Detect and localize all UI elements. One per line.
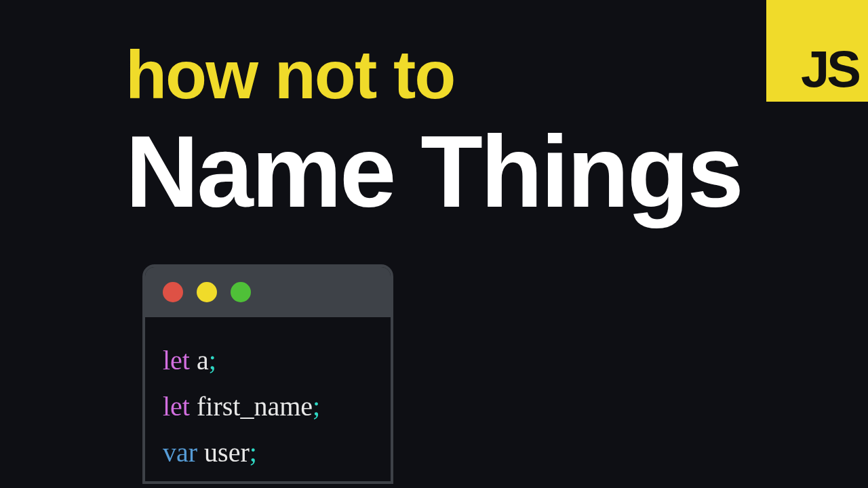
code-window-titlebar — [145, 267, 391, 317]
code-semicolon: ; — [209, 345, 216, 375]
code-line: let first_name; — [163, 384, 373, 430]
code-line: var user; — [163, 430, 373, 476]
code-keyword: let — [163, 391, 190, 422]
title-block: how not to Name Things — [125, 41, 742, 222]
window-dot-green-icon — [231, 282, 251, 302]
code-identifier: a — [197, 345, 209, 375]
code-window: let a;let first_name;var user; — [142, 264, 393, 484]
js-badge: JS — [766, 0, 868, 102]
title-line-1: how not to — [125, 41, 742, 108]
window-dot-red-icon — [163, 282, 183, 302]
title-line-2: Name Things — [125, 121, 742, 222]
code-keyword: var — [163, 437, 197, 468]
code-body: let a;let first_name;var user; — [145, 317, 391, 481]
code-keyword: let — [163, 345, 190, 375]
code-line: let a; — [163, 338, 373, 384]
code-semicolon: ; — [313, 391, 320, 422]
code-semicolon: ; — [250, 437, 257, 468]
code-identifier: user — [204, 437, 250, 468]
window-dot-yellow-icon — [197, 282, 217, 302]
code-identifier: first_name — [197, 391, 313, 422]
js-badge-text: JS — [801, 43, 859, 95]
